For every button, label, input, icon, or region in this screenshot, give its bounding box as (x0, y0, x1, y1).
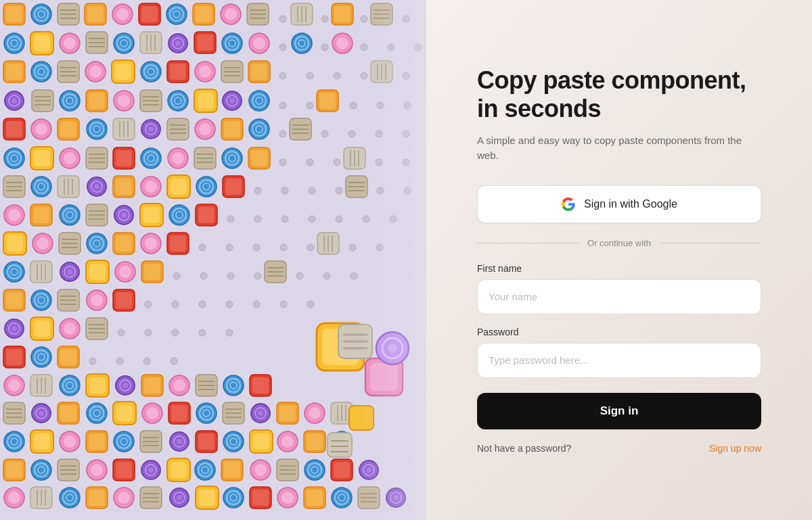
divider: Or continue with (477, 238, 761, 248)
password-field-group: Password (477, 327, 761, 390)
google-signin-button[interactable]: Sign in with Google (477, 185, 761, 223)
headline-line1: Copy paste component, (477, 66, 746, 94)
google-icon (561, 197, 576, 212)
headline: Copy paste component, in seconds (477, 66, 761, 122)
divider-text: Or continue with (587, 238, 651, 248)
headline-line2: in seconds (477, 95, 601, 122)
password-input[interactable] (477, 343, 761, 378)
auth-form-container: Copy paste component, in seconds A simpl… (477, 66, 761, 454)
subtitle-text: A simple and easy way to copy paste comp… (477, 133, 761, 164)
password-label: Password (477, 327, 761, 337)
first-name-input[interactable] (477, 279, 761, 314)
divider-line-right (659, 243, 761, 243)
sign-in-button[interactable]: Sign in (477, 393, 761, 429)
sign-in-label: Sign in (600, 404, 639, 417)
signup-link[interactable]: Sign up now (709, 443, 761, 454)
auth-panel: Copy paste component, in seconds A simpl… (426, 0, 812, 520)
no-password-text: Not have a password? (477, 443, 571, 454)
first-name-label: First name (477, 263, 761, 274)
google-button-label: Sign in with Google (584, 198, 677, 210)
bottom-row: Not have a password? Sign up now (477, 443, 761, 454)
divider-line-left (477, 243, 579, 243)
candy-grid-illustration (0, 0, 426, 520)
svg-rect-40 (352, 0, 426, 520)
svg-rect-36 (328, 433, 352, 457)
first-name-field-group: First name (477, 263, 761, 327)
decorative-panel (0, 0, 426, 520)
